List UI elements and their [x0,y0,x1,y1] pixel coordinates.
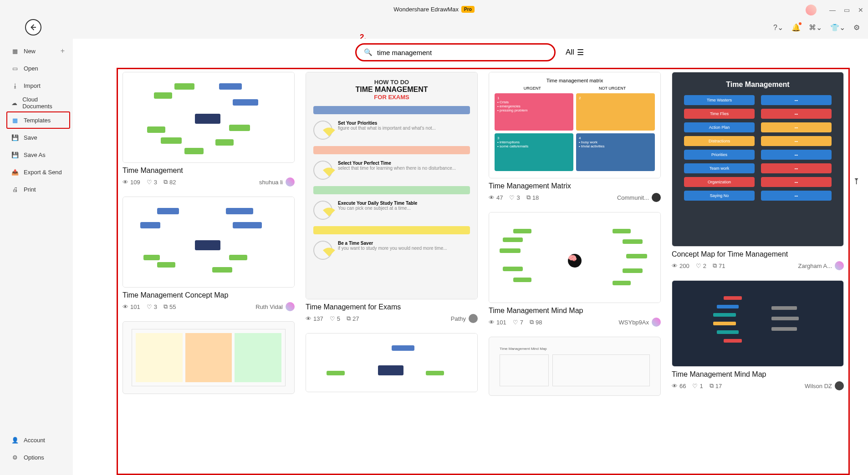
views-count: 👁 101 [489,319,506,326]
results-grid: Time Management 👁 109 ♡ 3 ⧉ 82 shuhua li [117,68,850,475]
header-row: ?⌄ 🔔 ⌘⌄ 👕⌄ ⚙ [0,18,868,36]
likes-count: ♡ 5 [330,315,340,322]
card-title: Time Management [123,167,295,175]
template-card[interactable]: 🧠 Time Management Mind Map [489,212,661,327]
pro-badge: Pro [461,6,475,13]
arrow-left-icon [29,23,37,31]
copies-count: ⧉ 18 [526,194,539,201]
menu-icon: ☰ [577,48,584,57]
views-count: 👁 200 [672,263,689,269]
cloud-icon: ☁ [11,99,18,107]
author-name: Zargham A... [798,263,832,269]
new-icon: ▦ [11,47,19,55]
import-icon: ⭳ [11,81,19,90]
sidebar-item-label: New [24,48,36,55]
card-title: Time Management Concept Map [123,291,295,299]
author-name: Communit... [617,194,649,201]
folder-icon: ▭ [11,64,19,72]
templates-icon: ▦ [11,116,19,124]
sidebar-item-label: Print [24,186,36,193]
sidebar-item-new[interactable]: ▦ New + [0,42,73,60]
views-count: 👁 137 [306,315,323,322]
author-avatar [652,318,661,327]
card-title: Time Management for Exams [306,303,478,311]
copies-count: ⧉ 17 [710,382,722,389]
print-icon: 🖨 [11,185,19,193]
template-card[interactable]: Time Management Mind Map 👁 66 ♡ 1 ⧉ 17 W… [672,280,844,390]
author-name: WSYbp9Ax [619,319,649,326]
sidebar-item-templates[interactable]: ▦ Templates [6,111,70,129]
sidebar-item-save[interactable]: 💾 Save [0,129,73,146]
card-title: Time Management Mind Map [672,370,844,379]
notification-icon[interactable]: 🔔 [791,23,801,32]
sidebar-item-label: Save [24,134,37,141]
template-card[interactable] [123,321,295,394]
search-input[interactable] [377,49,547,56]
template-card[interactable]: Time Management Time Wasters••• Time Fli… [672,72,844,270]
author-avatar [286,302,295,311]
account-icon: 👤 [11,436,19,444]
template-card[interactable]: Time Management Mind Map [489,337,661,396]
template-card[interactable]: HOW TO DOTIME MANAGEMENTFOR EXAMS Set Yo… [306,72,478,323]
likes-count: ♡ 3 [147,179,157,186]
sidebar-item-import[interactable]: ⭳ Import [0,77,73,94]
back-button[interactable] [25,19,41,35]
keyboard-icon[interactable]: ⌘⌄ [809,23,822,32]
maximize-button[interactable]: ▭ [844,6,850,14]
template-card[interactable] [306,333,478,392]
views-count: 👁 66 [672,383,686,389]
sidebar-item-open[interactable]: ▭ Open [0,60,73,77]
author-avatar [286,177,295,187]
user-avatar[interactable] [806,5,817,15]
author-name: Ruth Vidal [255,303,283,310]
main-content: 🔍 All ☰ ⤒ [73,39,868,475]
sidebar-item-cloud[interactable]: ☁ Cloud Documents [0,94,73,111]
template-card[interactable]: Time Management 👁 109 ♡ 3 ⧉ 82 shuhua li [123,72,295,187]
sidebar-item-saveas[interactable]: 💾 Save As [0,146,73,163]
author-name: shuhua li [259,179,283,186]
sidebar-item-account[interactable]: 👤 Account [0,431,73,449]
minimize-button[interactable]: — [829,6,836,14]
save-icon: 💾 [11,133,19,141]
scroll-top-button[interactable]: ⤒ [850,175,863,188]
sidebar-item-export[interactable]: 📤 Export & Send [0,163,73,181]
author-avatar [469,314,478,323]
plus-icon[interactable]: + [61,47,65,55]
sidebar-item-label: Export & Send [24,169,62,176]
sidebar-item-print[interactable]: 🖨 Print [0,181,73,198]
sidebar-item-label: Account [24,437,45,444]
title-bar: Wondershare EdrawMax Pro — ▭ ✕ [0,0,868,18]
filter-all[interactable]: All ☰ [566,48,584,57]
export-icon: 📤 [11,168,19,176]
likes-count: ♡ 7 [513,319,523,326]
saveas-icon: 💾 [11,151,19,159]
gear-icon: ⚙ [11,453,19,461]
author-avatar [835,381,844,390]
sidebar: ▦ New + ▭ Open ⭳ Import ☁ Cloud Document… [0,39,73,475]
author-name: Pathy [451,315,466,322]
copies-count: ⧉ 82 [163,178,176,186]
sidebar-item-label: Options [24,454,44,461]
app-title: Wondershare EdrawMax [393,6,459,13]
copies-count: ⧉ 27 [347,315,359,322]
likes-count: ♡ 3 [509,194,520,201]
shirt-icon[interactable]: 👕⌄ [830,23,845,32]
copies-count: ⧉ 55 [163,303,176,310]
views-count: 👁 109 [123,179,140,186]
help-icon[interactable]: ?⌄ [773,23,783,32]
author-avatar [835,261,844,270]
settings-icon[interactable]: ⚙ [853,23,860,32]
card-title: Time Management Mind Map [489,307,661,315]
likes-count: ♡ 2 [696,263,706,269]
template-card[interactable]: Time management matrix URGENTNOT URGENT … [489,72,661,202]
sidebar-item-label: Open [24,65,38,72]
author-avatar [652,193,661,202]
card-title: Concept Map for Time Management [672,250,844,258]
search-bar[interactable]: 🔍 [355,43,556,61]
close-button[interactable]: ✕ [858,6,863,14]
template-card[interactable]: Time Management Concept Map 👁 101 ♡ 3 ⧉ … [123,197,295,311]
sidebar-item-label: Import [24,82,41,89]
author-name: Wilson DZ [805,383,832,389]
sidebar-item-label: Save As [24,152,46,158]
sidebar-item-options[interactable]: ⚙ Options [0,449,73,466]
